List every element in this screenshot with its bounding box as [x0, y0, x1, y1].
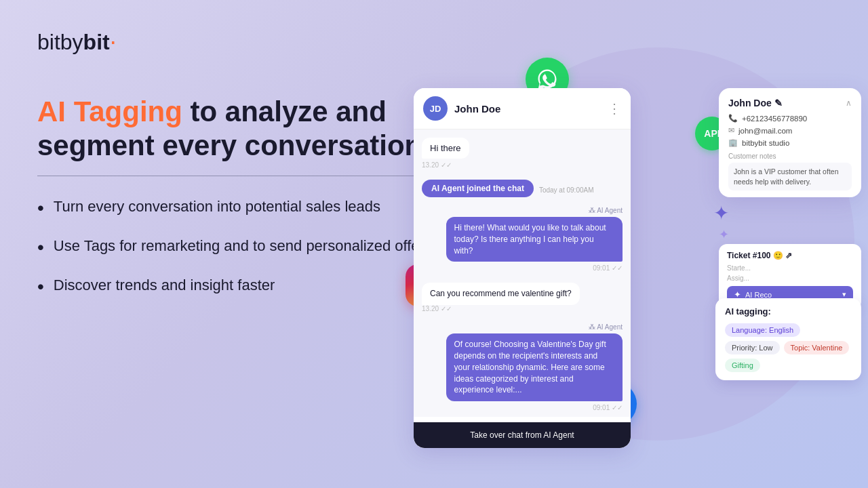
- ai-tagging-title: AI tagging:: [725, 306, 852, 317]
- chat-agent-msg1-bubble: Hi there! What would you like to talk ab…: [446, 217, 623, 262]
- crm-notes-label: Customer notes: [728, 152, 852, 160]
- crm-company-field: 🏢 bitbybit studio: [728, 138, 852, 147]
- crm-phone-field: 📞 +62123456778890: [728, 114, 852, 123]
- crm-contact-name: John Doe ✎: [728, 98, 783, 108]
- ticket-assigned: Assig...: [727, 274, 853, 282]
- chat-body: Hi there 13.20 ✓✓ AI Agent joined the ch…: [414, 129, 631, 417]
- tag-language: Language: English: [725, 323, 800, 337]
- star-big-icon: ✦: [713, 202, 729, 224]
- star-icons: ✦ ✦: [713, 202, 729, 242]
- chat-avatar: JD: [423, 96, 448, 121]
- chat-agent-msg2-time: 09:01 ✓✓: [593, 404, 623, 411]
- crm-company-value: bitbybit studio: [742, 139, 789, 147]
- ticket-started: Starte...: [727, 264, 853, 272]
- crm-email-field: ✉ john@mail.com: [728, 126, 852, 135]
- divider: [37, 176, 431, 177]
- chat-banner-time: Today at 09:00AM: [539, 186, 594, 194]
- star-small-icon: ✦: [719, 227, 729, 242]
- chat-agent-msg2-row: ⁂ AI Agent Of course! Choosing a Valenti…: [422, 323, 623, 417]
- chat-agent-label1: ⁂ AI Agent: [589, 207, 623, 214]
- crm-panel: John Doe ✎ ∧ 📞 +62123456778890 ✉ john@ma…: [719, 88, 861, 197]
- email-icon: ✉: [728, 126, 734, 135]
- chat-msg-hithere-time: 13.20 ✓✓: [422, 161, 452, 169]
- chat-msg-hithere-bubble: Hi there: [422, 138, 469, 159]
- logo-text: bitbybit·: [37, 30, 117, 54]
- chat-window: JD John Doe ⋮ Hi there 13.20 ✓✓ AI Agent…: [414, 88, 631, 448]
- ai-tagging-panel: AI tagging: Language: English Priority: …: [715, 298, 861, 380]
- chat-agent-msg1-time: 09:01 ✓✓: [593, 264, 623, 272]
- headline-orange: AI Tagging: [37, 96, 182, 127]
- chat-takeover-bar[interactable]: Take over chat from AI Agent: [414, 422, 631, 448]
- logo: bitbybit·: [37, 27, 117, 56]
- phone-icon: 📞: [728, 114, 738, 123]
- chat-user-valentine-row: Can you recommend me valentine gift? 13.…: [422, 283, 623, 318]
- crm-chevron-icon[interactable]: ∧: [846, 98, 852, 108]
- ticket-dropdown-label: AI Reco: [745, 291, 772, 299]
- ticket-header: Ticket #100 🙂 ⇗: [727, 251, 853, 260]
- crm-name-row: John Doe ✎ ∧: [728, 98, 852, 108]
- crm-notes-box: John is a VIP customer that often needs …: [728, 163, 852, 190]
- chat-header: JD John Doe ⋮: [414, 88, 631, 129]
- chat-agent-joined-row: AI Agent joined the chat Today at 09:00A…: [422, 180, 623, 200]
- chat-user-valentine-bubble: Can you recommend me valentine gift?: [422, 283, 580, 305]
- chat-msg-hithere: Hi there 13.20 ✓✓: [422, 138, 623, 174]
- chat-contact-name: John Doe: [454, 103, 608, 115]
- ai-tag-row: Language: English Priority: Low Topic: V…: [725, 323, 852, 372]
- chat-options-icon[interactable]: ⋮: [608, 100, 621, 117]
- tag-priority: Priority: Low: [725, 341, 780, 354]
- chat-user-valentine-time: 13.20 ✓✓: [422, 305, 452, 312]
- chat-agent-label2: ⁂ AI Agent: [589, 323, 623, 331]
- chat-agent-banner: AI Agent joined the chat: [422, 180, 534, 197]
- right-area: API ✦ ✦ JD John Doe ⋮ Hi there 13.20 ✓✓ …: [393, 0, 868, 488]
- company-icon: 🏢: [728, 138, 738, 147]
- tag-topic: Topic: Valentine: [784, 341, 850, 354]
- crm-email-value: john@mail.com: [738, 127, 792, 135]
- crm-phone-value: +62123456778890: [742, 115, 807, 123]
- tag-gifting: Gifting: [725, 359, 760, 372]
- chat-agent-msg2-bubble: Of course! Choosing a Valentine's Day gi…: [446, 333, 623, 401]
- chat-agent-msg1-row: ⁂ AI Agent Hi there! What would you like…: [422, 207, 623, 277]
